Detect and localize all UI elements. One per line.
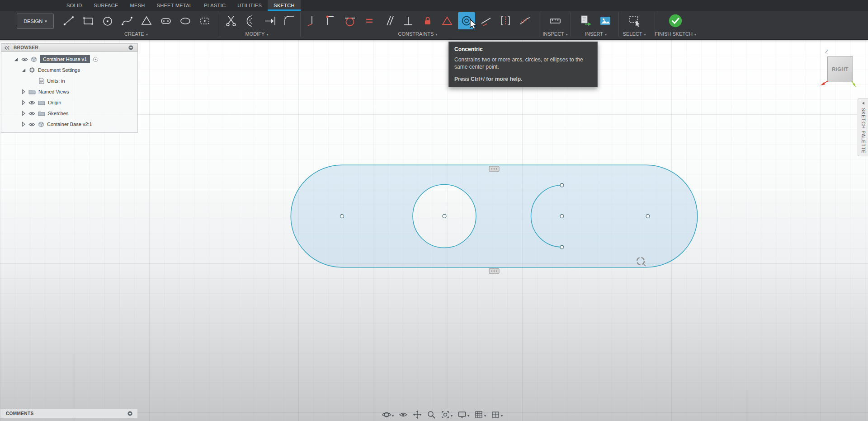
spline-tool[interactable] <box>118 12 136 29</box>
line-tool[interactable] <box>60 12 77 29</box>
viewcube[interactable]: Z RIGHT <box>827 56 853 82</box>
tab-sketch[interactable]: SKETCH <box>268 0 300 11</box>
tab-solid[interactable]: SOLID <box>61 0 88 11</box>
fit-dropdown-caret[interactable] <box>451 412 453 418</box>
fit-button[interactable] <box>440 409 453 420</box>
visibility-eye-icon[interactable] <box>28 122 35 127</box>
tab-sheet-metal[interactable]: SHEET METAL <box>151 0 198 11</box>
insert-group-label[interactable]: INSERT <box>585 31 607 37</box>
viewports-dropdown-caret[interactable] <box>501 412 503 418</box>
offset-tool[interactable] <box>242 12 259 29</box>
folder-icon <box>38 100 45 105</box>
pan-button[interactable] <box>412 409 423 420</box>
constraint-collinear-tool[interactable] <box>477 12 495 29</box>
tooltip-help: Press Ctrl+/ for more help. <box>454 76 592 82</box>
circle-tool[interactable] <box>99 12 116 29</box>
visibility-eye-icon[interactable] <box>21 57 28 62</box>
visibility-eye-icon[interactable] <box>28 111 35 116</box>
browser-item-units[interactable]: Units: in <box>1 75 137 86</box>
rectangle-tool[interactable] <box>80 12 97 29</box>
browser-item-label[interactable]: Sketches <box>48 111 68 116</box>
dimension-glyph-bottom[interactable] <box>489 268 499 274</box>
profile-fill[interactable] <box>291 165 697 267</box>
browser-item-origin[interactable]: Origin <box>1 97 137 108</box>
browser-item-label[interactable]: Named Views <box>38 89 69 94</box>
expand-panel-icon[interactable] <box>861 101 865 105</box>
select-tool[interactable] <box>626 12 643 29</box>
orbit-dropdown-caret[interactable] <box>392 412 394 418</box>
browser-item-label[interactable]: Document Settings <box>38 67 80 73</box>
collapse-browser-icon[interactable] <box>4 46 10 50</box>
inspect-group-label[interactable]: INSPECT <box>542 31 568 37</box>
grid-snaps-button[interactable] <box>473 409 487 420</box>
constraint-tangent-tool[interactable] <box>341 12 359 29</box>
viewports-button[interactable] <box>490 409 504 420</box>
browser-item-container-house[interactable]: Container House v1 <box>1 54 137 65</box>
constraint-symmetry-tool[interactable] <box>497 12 514 29</box>
expander-expanded-icon[interactable] <box>21 68 26 73</box>
slot-tool[interactable] <box>157 12 175 29</box>
group-separator <box>618 12 619 37</box>
tab-utilities[interactable]: UTILITIES <box>231 0 268 11</box>
constraint-coincident-tool[interactable] <box>322 12 339 29</box>
constraints-group-label[interactable]: CONSTRAINTS <box>398 31 438 37</box>
constraint-horizontal-vertical-tool[interactable] <box>302 12 320 29</box>
browser-item-label[interactable]: Container House v1 <box>40 55 90 63</box>
expander-collapsed-icon[interactable] <box>21 100 26 105</box>
gear-icon <box>29 67 35 73</box>
dimension-glyph-top[interactable] <box>489 166 499 172</box>
browser-item-container-base[interactable]: Container Base v2:1 <box>1 119 137 130</box>
browser-item-label[interactable]: Container Base v2:1 <box>47 122 92 127</box>
constraint-curvature-tool[interactable] <box>516 12 533 29</box>
tab-surface[interactable]: SURFACE <box>88 0 124 11</box>
measure-tool[interactable] <box>547 12 564 29</box>
finish-sketch-button[interactable] <box>667 12 684 29</box>
comments-bar[interactable]: COMMENTS <box>0 408 138 418</box>
create-group <box>60 12 213 29</box>
modify-group-label[interactable]: MODIFY <box>245 31 269 37</box>
grid-dropdown-caret[interactable] <box>484 412 486 418</box>
expander-collapsed-icon[interactable] <box>21 89 26 94</box>
browser-item-document-settings[interactable]: Document Settings <box>1 65 137 75</box>
ellipse-tool[interactable] <box>177 12 194 29</box>
browser-item-named-views[interactable]: Named Views <box>1 86 137 97</box>
expander-expanded-icon[interactable] <box>14 57 19 62</box>
visibility-eye-icon[interactable] <box>28 100 35 105</box>
fillet-tool[interactable] <box>281 12 298 29</box>
insert-canvas-tool[interactable] <box>577 12 594 29</box>
select-group-label[interactable]: SELECT <box>623 31 646 37</box>
constraint-equal-tool[interactable] <box>361 12 378 29</box>
viewcube-z-axis-label: Z <box>825 49 828 54</box>
display-dropdown-caret[interactable] <box>467 412 469 418</box>
constraint-fix-tool[interactable] <box>419 12 436 29</box>
design-menu-button[interactable]: DESIGN <box>17 14 54 29</box>
constraint-parallel-tool[interactable] <box>380 12 397 29</box>
expander-collapsed-icon[interactable] <box>21 111 26 116</box>
group-separator <box>300 12 301 37</box>
extend-tool[interactable] <box>261 12 278 29</box>
expander-collapsed-icon[interactable] <box>21 122 26 127</box>
browser-item-sketches[interactable]: Sketches <box>1 108 137 119</box>
constraint-perpendicular-tool[interactable] <box>400 12 417 29</box>
decal-tool[interactable] <box>597 12 614 29</box>
display-settings-button[interactable] <box>457 409 470 420</box>
browser-options-icon[interactable] <box>128 45 134 51</box>
document-icon <box>39 78 44 84</box>
look-at-button[interactable] <box>398 409 409 420</box>
tab-mesh[interactable]: MESH <box>124 0 151 11</box>
polygon-tool[interactable] <box>138 12 155 29</box>
trim-tool[interactable] <box>222 12 240 29</box>
constraint-midpoint-tool[interactable] <box>439 12 456 29</box>
zoom-button[interactable] <box>426 409 437 420</box>
orbit-button[interactable] <box>381 409 395 420</box>
activate-component-radio-icon[interactable] <box>93 56 99 62</box>
finish-sketch-label[interactable]: FINISH SKETCH <box>655 31 696 37</box>
browser-item-label[interactable]: Units: in <box>47 78 65 84</box>
create-group-label[interactable]: CREATE <box>124 31 148 37</box>
point-tool[interactable] <box>196 12 213 29</box>
tab-plastic[interactable]: PLASTIC <box>198 0 231 11</box>
viewcube-face-right[interactable]: RIGHT <box>827 56 853 82</box>
browser-item-label[interactable]: Origin <box>48 100 61 105</box>
comments-expand-icon[interactable] <box>127 411 133 416</box>
sketch-palette-tab[interactable]: SKETCH PALETTE <box>858 98 868 156</box>
